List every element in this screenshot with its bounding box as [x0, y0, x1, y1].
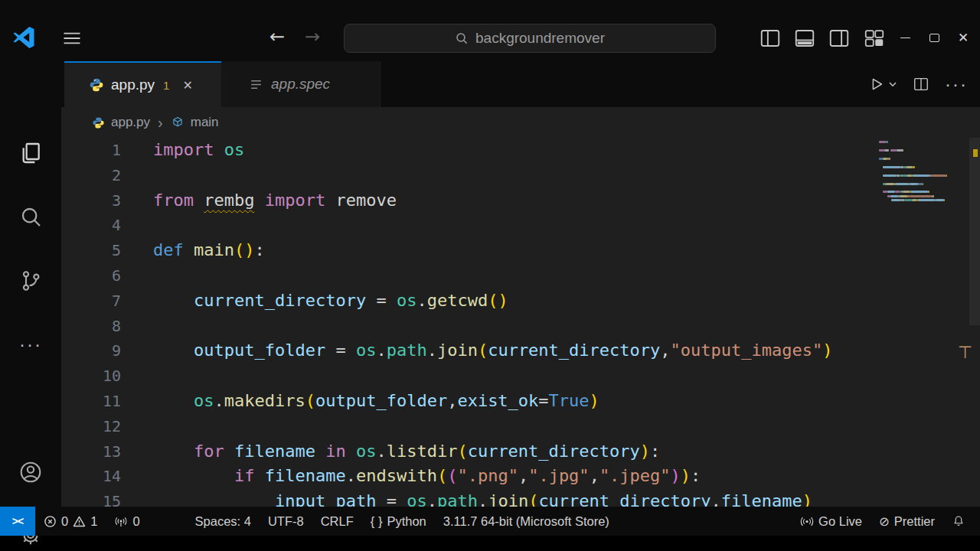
ports-status[interactable]: 0: [106, 507, 148, 536]
maximize-button[interactable]: [920, 23, 948, 52]
split-editor-icon[interactable]: [913, 76, 929, 93]
line-number[interactable]: 3: [61, 188, 121, 214]
circle-slash-icon: ⊘: [879, 514, 890, 529]
toggle-secondary-sidebar-icon[interactable]: [827, 27, 851, 50]
line-number[interactable]: 10: [61, 364, 121, 389]
explorer-icon[interactable]: [18, 141, 43, 165]
tab-app-spec[interactable]: app.spec: [221, 61, 381, 107]
forward-button[interactable]: →: [299, 23, 326, 51]
go-live-button[interactable]: Go Live: [792, 507, 871, 536]
customize-layout-icon[interactable]: [862, 27, 887, 50]
vscode-logo-icon: [12, 26, 35, 49]
line-number[interactable]: 11: [61, 389, 121, 414]
back-button[interactable]: ←: [263, 23, 291, 51]
line-number[interactable]: 1: [61, 138, 121, 163]
title-bar: ← → backgroundremover: [0, 0, 980, 61]
editor-actions: ···: [868, 61, 968, 107]
prettier-status[interactable]: ⊘ Prettier: [871, 507, 943, 536]
line-number[interactable]: 15: [61, 489, 121, 507]
line-number[interactable]: 14: [61, 464, 121, 489]
tab-label: app.py: [111, 77, 155, 93]
python-interpreter-status[interactable]: 3.11.7 64-bit (Microsoft Store): [435, 507, 618, 536]
code-line[interactable]: [153, 364, 833, 389]
python-file-icon: [89, 77, 104, 93]
tab-bar: app.py 1 ✕ app.spec ···: [61, 61, 980, 107]
indentation-status[interactable]: Spaces: 4: [187, 507, 260, 536]
code-line[interactable]: [153, 314, 833, 339]
remote-indicator[interactable]: ><: [0, 507, 35, 536]
line-number[interactable]: 2: [61, 163, 121, 188]
line-number[interactable]: 4: [61, 213, 121, 238]
menu-icon[interactable]: [60, 28, 84, 49]
code-line[interactable]: if filename.endswith((".png",".jpg",".jp…: [153, 464, 833, 489]
code-line[interactable]: from rembg import remove: [153, 188, 833, 214]
braces-icon: { }: [371, 514, 383, 529]
minimap[interactable]: [879, 140, 965, 203]
search-view-icon[interactable]: [18, 204, 43, 229]
symbol-cube-icon: [171, 116, 185, 129]
tab-close-icon[interactable]: ✕: [182, 78, 192, 93]
language-mode-status[interactable]: { } Python: [362, 507, 435, 536]
error-count: 0: [61, 514, 68, 529]
tab-label: app.spec: [271, 76, 330, 93]
line-numbers: 123456789101112131415: [61, 138, 121, 507]
source-control-icon[interactable]: [18, 269, 43, 293]
more-actions-icon[interactable]: ···: [945, 73, 968, 95]
additional-views-icon[interactable]: ···: [18, 334, 43, 358]
tab-app-py[interactable]: app.py 1 ✕: [64, 61, 221, 107]
error-circle-icon: [44, 515, 57, 528]
command-center-search[interactable]: backgroundremover: [344, 24, 716, 53]
code-line[interactable]: input_path = os.path.join(current_direct…: [153, 489, 833, 507]
toggle-panel-icon[interactable]: [792, 27, 817, 50]
activity-bar: ···: [0, 61, 61, 507]
minimize-icon: [900, 37, 910, 38]
scrollbar[interactable]: [969, 138, 980, 325]
warning-triangle-icon: [73, 515, 86, 528]
code-line[interactable]: import os: [153, 138, 833, 163]
code-line[interactable]: output_folder = os.path.join(current_dir…: [153, 338, 833, 364]
code-line[interactable]: [153, 213, 833, 238]
tab-warning-badge: 1: [163, 79, 169, 92]
run-button[interactable]: [868, 76, 897, 93]
line-number[interactable]: 7: [61, 289, 121, 314]
toggle-sidebar-icon[interactable]: [758, 27, 782, 50]
python-file-icon: [92, 116, 105, 129]
run-play-icon: [868, 76, 885, 93]
status-bar-right: Go Live ⊘ Prettier: [792, 507, 980, 536]
code-lines[interactable]: import osfrom rembg import removedef mai…: [153, 138, 833, 507]
ibeam-cursor-icon: ⊤: [958, 343, 972, 362]
problems-status[interactable]: 0 1: [35, 507, 106, 536]
line-number[interactable]: 13: [61, 439, 121, 465]
code-line[interactable]: [153, 414, 833, 439]
line-number[interactable]: 9: [61, 338, 121, 364]
eol-status[interactable]: CRLF: [312, 507, 362, 536]
search-text: backgroundremover: [475, 30, 605, 47]
code-line[interactable]: [153, 263, 833, 289]
encoding-status[interactable]: UTF-8: [260, 507, 312, 536]
code-line[interactable]: [153, 163, 833, 188]
minimize-button[interactable]: [891, 23, 919, 52]
status-bar: >< 0 1 0 Spaces: 4 UTF-8: [0, 507, 980, 536]
go-live-label: Go Live: [818, 514, 862, 529]
code-line[interactable]: os.makedirs(output_folder,exist_ok=True): [153, 389, 833, 414]
account-icon[interactable]: [18, 460, 43, 484]
line-number[interactable]: 12: [61, 414, 121, 439]
warning-count: 1: [90, 514, 97, 529]
overview-warning-marker: [973, 149, 978, 157]
line-number[interactable]: 6: [61, 263, 121, 289]
code-line[interactable]: current_directory = os.getcwd(): [153, 289, 833, 314]
code-editor[interactable]: 123456789101112131415 import osfrom remb…: [61, 138, 980, 507]
line-number[interactable]: 8: [61, 314, 121, 339]
line-number[interactable]: 5: [61, 238, 121, 263]
notifications-bell[interactable]: [943, 507, 974, 536]
code-line[interactable]: def main():: [153, 238, 833, 263]
run-dropdown-chevron-icon[interactable]: [888, 80, 897, 89]
breadcrumb-symbol[interactable]: main: [191, 115, 219, 130]
minimap-line: [879, 198, 965, 202]
breadcrumb-file[interactable]: app.py: [111, 115, 150, 130]
code-line[interactable]: for filename in os.listdir(current_direc…: [153, 439, 833, 465]
language-label: Python: [387, 514, 426, 529]
vscode-window: ← → backgroundremover: [0, 0, 980, 551]
close-button[interactable]: ✕: [949, 23, 977, 52]
maximize-icon: [929, 34, 939, 42]
